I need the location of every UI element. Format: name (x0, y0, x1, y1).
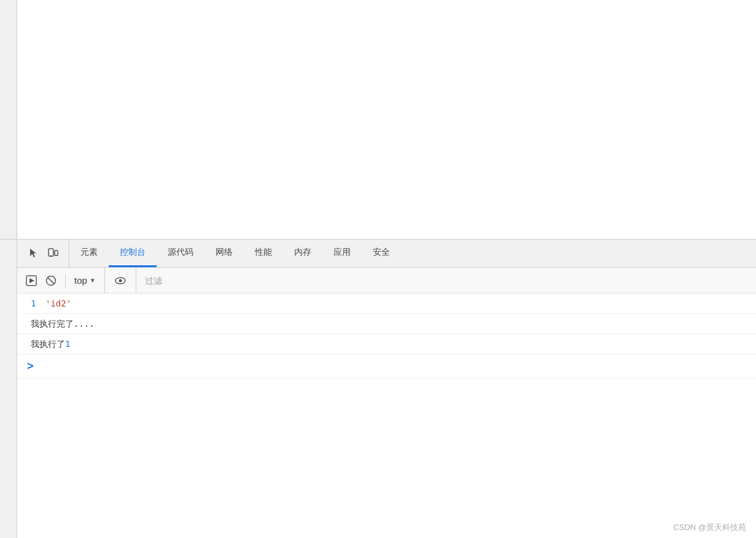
console-line-1: 1 'id2' (0, 294, 756, 314)
devtools-panel: 元素 控制台 源代码 网络 性能 内存 应用 安全 (0, 240, 756, 538)
watermark: CSDN @景天科技苑 (673, 522, 746, 533)
run-script-icon[interactable] (25, 274, 38, 287)
console-text-2: 我执行完了.... (31, 318, 95, 330)
live-expressions-icon (114, 274, 127, 287)
devtools-tab-bar: 元素 控制台 源代码 网络 性能 内存 应用 安全 (0, 240, 756, 268)
svg-rect-3 (56, 255, 57, 256)
svg-rect-2 (55, 251, 58, 255)
device-toggle-icon[interactable] (45, 246, 60, 261)
svg-rect-1 (50, 255, 52, 257)
tab-application[interactable]: 应用 (322, 240, 362, 267)
console-line-2: 我执行完了.... (0, 314, 756, 334)
console-text-3: 我执行了 (31, 338, 65, 350)
console-prompt-line[interactable]: > (0, 354, 756, 379)
devtools-tabs: 元素 控制台 源代码 网络 性能 内存 应用 安全 (69, 240, 401, 267)
browser-viewport (0, 0, 756, 240)
context-label: top (74, 275, 87, 286)
tab-security[interactable]: 安全 (362, 240, 401, 267)
eye-icon-wrapper[interactable] (105, 268, 136, 293)
context-dropdown[interactable]: top ▼ (66, 268, 105, 293)
console-toolbar: top ▼ (0, 268, 756, 294)
tab-console[interactable]: 控制台 (109, 240, 157, 267)
tab-elements[interactable]: 元素 (69, 240, 109, 267)
tab-source[interactable]: 源代码 (157, 240, 205, 267)
svg-point-9 (119, 279, 122, 282)
console-string-1: 'id2' (45, 297, 71, 310)
console-output: 1 'id2' 我执行完了.... 我执行了1 > (0, 294, 756, 538)
left-sidebar-strip (0, 0, 17, 239)
svg-marker-5 (29, 278, 34, 283)
dropdown-arrow-icon: ▼ (90, 277, 96, 284)
devtools-left-strip (0, 240, 17, 538)
console-line-3: 我执行了1 (0, 334, 756, 354)
tab-performance[interactable]: 性能 (244, 240, 283, 267)
prompt-caret-icon: > (27, 360, 34, 373)
console-number-3: 1 (65, 338, 70, 350)
clear-console-icon[interactable] (44, 274, 58, 287)
tab-network[interactable]: 网络 (205, 240, 244, 267)
svg-rect-0 (49, 249, 53, 256)
select-element-icon[interactable] (26, 246, 41, 261)
console-number-1: 1 (31, 297, 41, 310)
svg-line-7 (47, 277, 54, 284)
tab-memory[interactable]: 内存 (283, 240, 322, 267)
console-filter-input[interactable] (136, 268, 756, 293)
console-toolbar-left-icons (17, 274, 66, 287)
devtools-toolbar-icons (17, 240, 69, 267)
